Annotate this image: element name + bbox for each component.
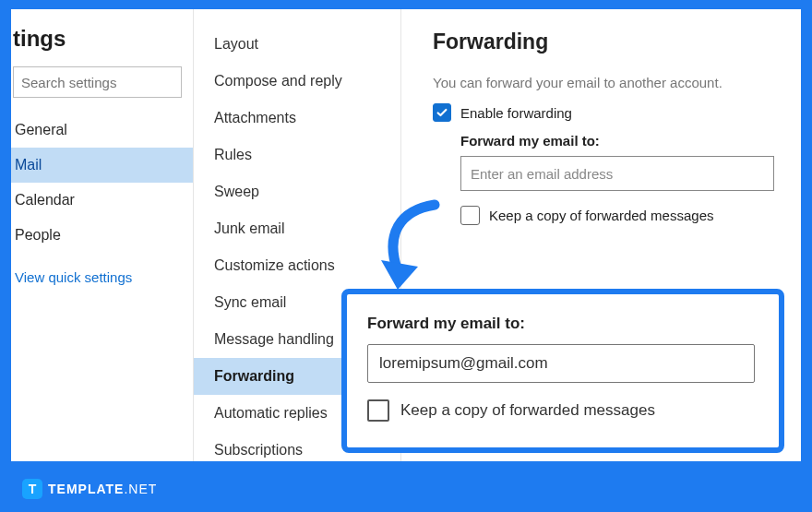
enable-forwarding-row: Enable forwarding [433,103,775,122]
callout-keep-copy-checkbox[interactable] [367,399,389,422]
callout-email-input[interactable]: loremipsum@gmail.com [367,344,755,383]
mid-item-compose-reply[interactable]: Compose and reply [194,63,400,100]
mid-item-rules[interactable]: Rules [194,137,400,173]
mid-item-junk-email[interactable]: Junk email [194,210,400,247]
search-input-field[interactable] [21,75,173,90]
mid-item-layout[interactable]: Layout [194,26,400,63]
sidebar-left: tings General Mail Calendar People View … [11,9,194,461]
callout-keep-copy-row: Keep a copy of forwarded messages [367,399,758,422]
callout-email-value: loremipsum@gmail.com [379,354,548,373]
callout-arrow-icon [372,199,444,301]
enable-forwarding-checkbox[interactable] [433,103,451,122]
keep-copy-label: Keep a copy of forwarded messages [489,208,713,223]
watermark-icon: T [22,479,42,499]
callout-box: Forward my email to: loremipsum@gmail.co… [341,289,784,453]
watermark-text: TEMPLATE.NET [48,482,157,496]
watermark-brand: TEMPLATE [48,482,124,496]
nav-item-calendar[interactable]: Calendar [11,183,193,218]
settings-title: tings [11,9,193,63]
settings-nav-list: General Mail Calendar People [11,113,193,253]
watermark-suffix: .NET [124,482,157,496]
mid-item-sweep[interactable]: Sweep [194,173,400,210]
enable-forwarding-label: Enable forwarding [460,105,572,121]
main-title: Forwarding [433,30,775,54]
watermark: T TEMPLATE.NET [22,479,157,499]
nav-item-people[interactable]: People [11,218,193,253]
keep-copy-checkbox[interactable] [460,206,480,225]
callout-keep-copy-label: Keep a copy of forwarded messages [400,401,655,420]
callout-forward-to-label: Forward my email to: [367,315,758,333]
mid-item-attachments[interactable]: Attachments [194,100,400,137]
main-description: You can forward your email to another ac… [433,75,775,90]
nav-item-mail[interactable]: Mail [11,148,193,183]
checkmark-icon [436,106,448,119]
nav-item-general[interactable]: General [11,113,193,148]
forward-email-placeholder: Enter an email address [471,166,613,182]
search-settings-input[interactable] [13,66,182,98]
mid-item-customize-actions[interactable]: Customize actions [194,247,400,284]
view-quick-settings-link[interactable]: View quick settings [11,253,193,285]
keep-copy-row: Keep a copy of forwarded messages [460,206,775,225]
forward-email-input[interactable]: Enter an email address [460,156,774,191]
forward-to-label: Forward my email to: [460,133,775,149]
